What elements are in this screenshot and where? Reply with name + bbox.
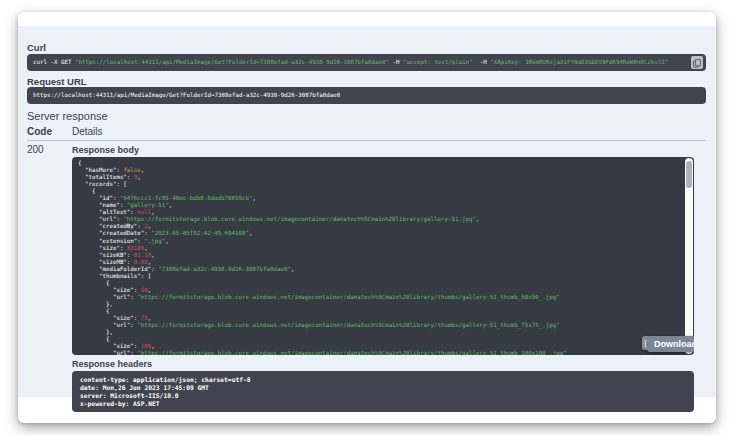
request-url-bar: https://localhost:44311/api/MediaImage/G… — [27, 87, 706, 104]
clipboard-icon — [693, 54, 701, 71]
response-body-label: Response body — [72, 145, 139, 155]
curl-command-bar[interactable]: curl -X GET "https://localhost:44311/api… — [27, 54, 706, 71]
download-button[interactable]: Download — [647, 336, 694, 352]
response-body-block[interactable]: { "hasMore": false, "totalItems": 9, "re… — [72, 157, 694, 355]
scrollbar-thumb[interactable] — [686, 161, 692, 188]
status-code: 200 — [27, 144, 44, 155]
server-response-heading: Server response — [27, 110, 108, 122]
swagger-operation-panel: Curl curl -X GET "https://localhost:4431… — [18, 12, 716, 423]
code-column-header: Code — [27, 126, 52, 137]
scrollbar-track[interactable] — [685, 158, 693, 354]
curl-label: Curl — [27, 42, 46, 53]
details-column-header: Details — [72, 126, 103, 137]
request-url-label: Request URL — [27, 76, 87, 87]
response-headers-block: content-type: application/json; charset=… — [72, 371, 694, 412]
response-headers-label: Response headers — [72, 359, 152, 369]
copy-curl-button[interactable] — [691, 56, 703, 69]
request-url-text: https://localhost:44311/api/MediaImage/G… — [33, 92, 686, 98]
response-headers-text: content-type: application/json; charset=… — [80, 376, 251, 408]
curl-command-text: curl -X GET "https://localhost:44311/api… — [33, 59, 686, 65]
opblock-body: Curl curl -X GET "https://localhost:4431… — [18, 26, 716, 397]
table-header-divider — [27, 140, 706, 141]
response-body-json: { "hasMore": false, "totalItems": 9, "re… — [78, 160, 567, 355]
